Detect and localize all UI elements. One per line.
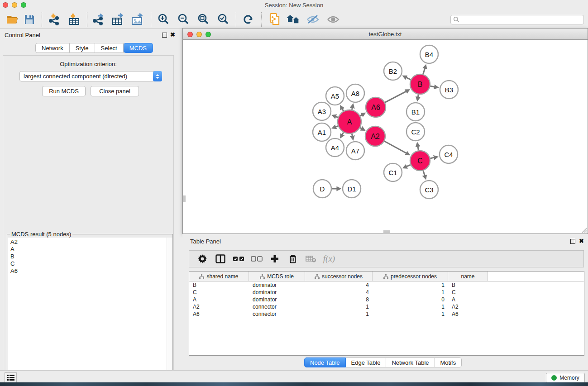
table-row[interactable]: Bdominator41B <box>189 281 584 289</box>
graph-node-A2[interactable]: A2 <box>365 126 385 146</box>
select-all-icon[interactable] <box>233 253 244 265</box>
network-horizontal-scrollbar[interactable] <box>383 230 390 233</box>
float-table-panel-icon[interactable] <box>570 239 575 244</box>
zoom-out-icon[interactable] <box>174 10 192 29</box>
close-table-panel-icon[interactable]: ✖ <box>579 238 584 244</box>
result-scrollbar[interactable] <box>167 238 172 386</box>
table-row[interactable]: A6connector11A6 <box>189 310 584 318</box>
column-header-name[interactable]: name <box>448 272 488 281</box>
result-list-item[interactable]: C <box>8 260 172 267</box>
network-file-icon[interactable] <box>266 10 284 29</box>
network-vertical-scrollbar[interactable] <box>183 195 186 202</box>
task-history-button[interactable] <box>5 372 17 383</box>
graph-node-B4[interactable]: B4 <box>420 45 438 63</box>
graph-node-B3[interactable]: B3 <box>440 81 458 99</box>
tab-mcds[interactable]: MCDS <box>124 43 153 53</box>
tab-style[interactable]: Style <box>70 43 95 53</box>
graph-node-D1[interactable]: D1 <box>343 180 361 198</box>
edge-A-A8[interactable] <box>352 108 352 110</box>
graph-node-A8[interactable]: A8 <box>346 84 364 102</box>
network-window-titlebar[interactable]: testGlobe.txt <box>183 29 588 40</box>
edge-A-A1[interactable] <box>336 126 338 127</box>
graph-node-C4[interactable]: C4 <box>440 145 458 163</box>
edge-B-B2[interactable] <box>406 77 411 80</box>
home-icon[interactable] <box>284 10 302 29</box>
import-network-icon[interactable] <box>45 10 63 29</box>
graph-node-C1[interactable]: C1 <box>384 163 402 181</box>
import-table-icon[interactable] <box>65 10 83 29</box>
close-panel-icon[interactable]: ✖ <box>170 31 175 38</box>
criterion-dropdown[interactable]: largest connected component (directed) <box>19 71 162 81</box>
graph-node-A[interactable]: A <box>338 110 361 133</box>
graph-node-B[interactable]: B <box>410 74 430 94</box>
graph-node-D[interactable]: D <box>313 180 331 198</box>
graph-node-A7[interactable]: A7 <box>346 142 364 160</box>
edge-A-A3[interactable] <box>336 117 338 118</box>
resize-grip[interactable] <box>581 227 587 233</box>
close-panel-button[interactable]: Close panel <box>91 86 139 96</box>
run-mcds-button[interactable]: Run MCDS <box>42 86 86 96</box>
edge-A-A4[interactable] <box>342 133 344 135</box>
result-list-item[interactable]: A <box>8 246 172 253</box>
edge-B-B1[interactable] <box>418 95 418 97</box>
edge-B-B4[interactable] <box>423 69 425 74</box>
column-header-predecessor-nodes[interactable]: predecessor nodes <box>373 272 448 281</box>
table-row[interactable]: Cdominator41C <box>189 289 584 296</box>
tab-network-table[interactable]: Network Table <box>386 357 435 367</box>
zoom-in-icon[interactable] <box>154 10 172 29</box>
column-header-MCDS-role[interactable]: MCDS role <box>249 272 305 281</box>
graph-node-B1[interactable]: B1 <box>406 103 425 121</box>
edge-A-A5[interactable] <box>342 109 344 111</box>
float-panel-icon[interactable] <box>162 33 167 38</box>
graph-node-A6[interactable]: A6 <box>366 97 386 117</box>
graph-node-A4[interactable]: A4 <box>326 138 344 157</box>
column-header-shared-name[interactable]: shared name <box>189 272 249 281</box>
graph-node-B2[interactable]: B2 <box>384 62 402 80</box>
deselect-all-icon[interactable] <box>251 253 263 265</box>
export-table-icon[interactable] <box>109 10 127 29</box>
show-details-icon[interactable] <box>324 10 342 29</box>
delete-icon[interactable] <box>287 253 299 265</box>
edge-C-C1[interactable] <box>406 165 411 167</box>
add-icon[interactable] <box>269 253 281 265</box>
network-canvas[interactable]: AA1A3A4A5A7A8A6A2BB1B2B3B4CC1C2C3C4DD1 <box>183 40 588 234</box>
search-input[interactable] <box>450 15 584 24</box>
open-file-icon[interactable] <box>3 10 21 29</box>
graph-node-A1[interactable]: A1 <box>313 123 331 141</box>
graph-node-A3[interactable]: A3 <box>313 102 331 120</box>
save-session-icon[interactable] <box>20 10 38 29</box>
zoom-selected-icon[interactable] <box>214 10 232 29</box>
result-list-item[interactable]: A6 <box>8 267 172 275</box>
edge-A-A6[interactable] <box>360 115 362 116</box>
graph-node-C3[interactable]: C3 <box>420 181 438 199</box>
graph-node-A5[interactable]: A5 <box>326 87 344 105</box>
result-list-item[interactable]: B <box>8 253 172 260</box>
edge-A6-B[interactable] <box>385 91 406 102</box>
edge-B-B3[interactable] <box>430 86 435 87</box>
result-list-item[interactable]: A2 <box>8 238 172 246</box>
tab-network[interactable]: Network <box>35 43 70 53</box>
tab-select[interactable]: Select <box>95 43 124 53</box>
edge-A-A2[interactable] <box>360 128 362 129</box>
hide-details-icon[interactable] <box>304 10 322 29</box>
edge-C-C2[interactable] <box>418 147 418 151</box>
graph-node-C[interactable]: C <box>410 151 430 171</box>
graph-node-C2[interactable]: C2 <box>406 123 425 141</box>
edge-A-A7[interactable] <box>352 133 352 136</box>
tab-node-table[interactable]: Node Table <box>304 357 346 367</box>
columns-icon[interactable] <box>215 253 226 265</box>
edge-A2-C[interactable] <box>384 141 406 153</box>
refresh-icon[interactable] <box>239 10 257 29</box>
tab-edge-table[interactable]: Edge Table <box>346 357 387 367</box>
export-network-icon[interactable] <box>89 10 107 29</box>
memory-button[interactable]: Memory <box>546 373 585 383</box>
zoom-fit-icon[interactable] <box>194 10 212 29</box>
table-row[interactable]: Adominator80A <box>189 296 584 303</box>
gear-icon[interactable] <box>196 253 208 265</box>
tab-motifs[interactable]: Motifs <box>435 357 462 367</box>
edge-C-C4[interactable] <box>430 157 434 158</box>
table-row[interactable]: A2connector11A2 <box>189 303 584 310</box>
export-image-icon[interactable] <box>129 10 147 29</box>
edge-C-C3[interactable] <box>423 171 425 176</box>
column-header-successor-nodes[interactable]: successor nodes <box>305 272 373 281</box>
